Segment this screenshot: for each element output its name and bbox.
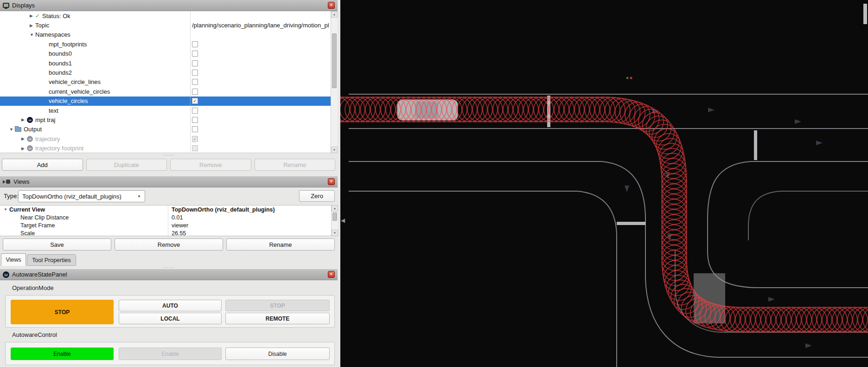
chevron-right-icon[interactable]: ▶ [30,13,35,18]
tree-row-output[interactable]: ▼Output [0,125,338,134]
scroll-down-icon[interactable]: ▼ [331,147,338,153]
displays-close-button[interactable]: ✕ [328,2,335,9]
property-value[interactable]: 26.55 [168,229,331,236]
rename-view-button[interactable]: Rename [226,238,335,251]
viewport-scrollbar[interactable] [863,4,867,24]
rviz-window: Displays ✕ ▶✓Status: Ok▶Topic/planning/s… [0,0,868,367]
disable-button[interactable]: Disable [225,348,330,360]
zero-button[interactable]: Zero [299,190,335,202]
tree-row-label: bounds0 [49,50,72,57]
tree-row-vehicle-circle-lines[interactable]: vehicle_circle_lines [0,77,338,87]
topic-value[interactable]: /planning/scenario_planning/lane_driving… [192,22,329,29]
displays-icon [3,3,9,8]
remove-display-button[interactable]: Remove [170,159,251,171]
tree-row-bounds2[interactable]: bounds2 [0,68,338,77]
scroll-up-icon[interactable]: ▲ [332,205,338,212]
tree-row-mpt-traj[interactable]: ▶ωmpt traj [0,115,338,124]
remove-view-button[interactable]: Remove [115,238,223,251]
views-close-button[interactable]: ✕ [328,178,335,185]
tree-row-text[interactable]: text [0,106,338,115]
checkbox-trajectory[interactable]: ✓ [192,136,198,142]
property-value[interactable]: 0.01 [168,213,331,221]
rename-display-button[interactable]: Rename [255,159,336,171]
autoware-control-group: Enable Enable Disable [5,342,335,365]
scrollbar-thumb[interactable] [332,212,337,221]
tree-row-topic[interactable]: ▶Topic/planning/scenario_planning/lane_d… [0,20,338,30]
tree-row-label: vehicle_circle_lines [49,78,101,85]
property-name: Current View [9,206,45,213]
property-name: Target Frame [20,222,55,229]
local-button[interactable]: LOCAL [119,313,222,324]
add-button[interactable]: Add [2,159,83,171]
auto-button[interactable]: AUTO [119,300,222,311]
tab-tool-properties[interactable]: Tool Properties [27,254,76,266]
remote-button[interactable]: REMOTE [225,313,330,324]
tree-row-bounds1[interactable]: bounds1 [0,58,338,68]
checkbox-bounds0[interactable] [192,51,198,57]
checkbox-bounds1[interactable] [192,60,198,66]
chevron-right-icon[interactable]: ▶ [21,117,27,122]
tree-row-value [190,11,331,20]
tree-row-status-ok[interactable]: ▶✓Status: Ok [0,11,338,20]
tree-row-value [190,115,331,124]
scroll-up-icon[interactable]: ▲ [331,11,338,18]
property-row-target-frame[interactable]: Target Frameviewer [0,221,338,229]
chevron-down-icon[interactable]: ▼ [9,127,15,132]
enable-button[interactable]: Enable [119,348,222,360]
chevron-right-icon[interactable]: ▶ [21,146,27,151]
tree-row-label: bounds1 [49,60,72,67]
render-view[interactable] [340,0,868,367]
splitter-handle[interactable]: ······ [0,154,338,157]
tree-row-value [190,30,331,39]
save-button[interactable]: Save [3,238,111,251]
checkbox-output[interactable] [192,126,198,132]
views-button-row: Save Remove Rename [3,238,335,251]
tree-row-label: trajectory footprint [35,145,83,152]
tab-views[interactable]: Views [1,253,26,266]
checkbox-current-vehicle-circles[interactable] [192,89,198,95]
tree-row-label: mpt traj [35,116,55,123]
chevron-right-icon[interactable]: ▶ [30,23,35,28]
checkbox-text[interactable] [192,108,198,114]
autoware-close-button[interactable]: ✕ [328,271,335,278]
checkbox-vehicle-circle-lines[interactable] [192,79,198,85]
duplicate-button[interactable]: Duplicate [86,159,167,171]
tree-row-bounds0[interactable]: bounds0 [0,49,338,58]
property-row-scale[interactable]: Scale26.55 [0,229,338,236]
checkbox-mpt-footprints[interactable] [192,41,198,47]
autoware-display-icon: ω [27,145,33,151]
tree-row-value: ✓ [190,134,331,143]
checkbox-bounds2[interactable] [192,70,198,76]
checkbox-trajectory-footprint[interactable] [192,145,198,151]
property-row-current-view[interactable]: ▼Current ViewTopDownOrtho (rviz_default_… [0,206,338,213]
tree-row-value [190,49,331,58]
checkbox-mpt-traj[interactable] [192,117,198,123]
tree-row-value [190,58,331,68]
tree-row-trajectory[interactable]: ▶ωtrajectory✓ [0,134,338,143]
chevron-down-icon[interactable]: ▼ [30,32,35,37]
scroll-down-icon[interactable]: ▼ [332,230,338,236]
checkbox-vehicle-circles[interactable]: ✓ [192,98,198,104]
views-panel-titlebar[interactable]: Views ✕ [0,176,338,187]
panel-collapse-icon[interactable]: ◀ [341,217,345,224]
property-value[interactable]: TopDownOrtho (rviz_default_plugins) [168,206,331,213]
folder-icon [15,127,21,132]
splitter-handle[interactable]: ······ [0,266,338,269]
chevron-down-icon[interactable]: ▼ [4,207,9,212]
displays-tree-scrollbar[interactable]: ▲ ▼ [331,11,338,153]
tree-row-trajectory-footprint[interactable]: ▶ωtrajectory footprint [0,143,338,153]
views-table-scrollbar[interactable]: ▲ ▼ [331,205,338,236]
view-type-dropdown[interactable]: TopDownOrtho (rviz_default_plugins) ▼ [18,190,145,202]
scrollbar-thumb[interactable] [332,33,337,88]
tree-row-namespaces[interactable]: ▼Namespaces [0,30,338,39]
tree-row-label: Namespaces [35,31,70,38]
tree-row-mpt-footprints[interactable]: mpt_footprints [0,39,338,49]
tree-row-vehicle-circles[interactable]: vehicle_circles✓ [0,97,338,106]
autoware-panel-titlebar[interactable]: ω AutowareStatePanel ✕ [0,269,338,280]
tree-row-current-vehicle-circles[interactable]: current_vehicle_circles [0,87,338,96]
property-row-near-clip-distance[interactable]: Near Clip Distance0.01 [0,213,338,221]
displays-panel-titlebar[interactable]: Displays ✕ [0,0,338,11]
chevron-right-icon[interactable]: ▶ [21,136,27,141]
property-value[interactable]: viewer [168,221,331,229]
stop-button[interactable]: STOP [225,300,330,311]
